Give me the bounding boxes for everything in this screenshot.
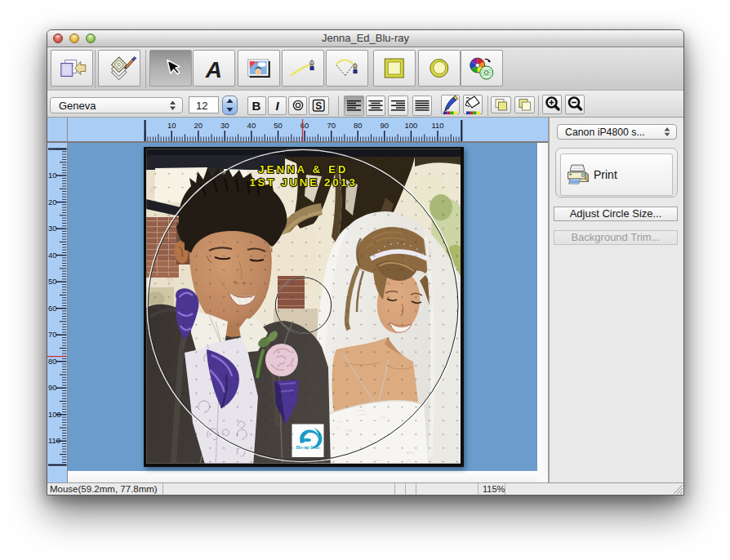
svg-text:90: 90 xyxy=(48,383,57,392)
svg-text:20: 20 xyxy=(48,197,57,206)
svg-text:40: 40 xyxy=(247,121,256,130)
svg-text:10: 10 xyxy=(48,171,57,180)
svg-text:JENNA & ED: JENNA & ED xyxy=(258,162,348,175)
svg-text:S: S xyxy=(315,100,322,112)
svg-text:50: 50 xyxy=(274,121,283,130)
svg-text:50: 50 xyxy=(48,277,57,286)
svg-text:20: 20 xyxy=(194,121,203,130)
svg-text:100: 100 xyxy=(48,409,61,418)
svg-text:70: 70 xyxy=(327,121,336,130)
svg-text:90: 90 xyxy=(381,121,389,130)
svg-text:1ST JUNE 2013: 1ST JUNE 2013 xyxy=(249,176,357,189)
svg-text:80: 80 xyxy=(354,121,363,130)
svg-text:110: 110 xyxy=(431,121,443,130)
svg-text:60: 60 xyxy=(48,303,57,312)
svg-text:30: 30 xyxy=(48,224,57,233)
svg-text:110: 110 xyxy=(48,436,60,445)
svg-text:I: I xyxy=(275,99,279,113)
svg-text:70: 70 xyxy=(48,330,57,339)
svg-text:40: 40 xyxy=(48,250,57,259)
svg-text:B: B xyxy=(252,99,261,113)
svg-text:30: 30 xyxy=(220,121,229,130)
svg-text:80: 80 xyxy=(48,356,57,365)
svg-text:60: 60 xyxy=(300,121,309,130)
svg-text:100: 100 xyxy=(404,121,417,130)
svg-text:10: 10 xyxy=(167,121,176,130)
svg-text:A: A xyxy=(205,56,222,82)
